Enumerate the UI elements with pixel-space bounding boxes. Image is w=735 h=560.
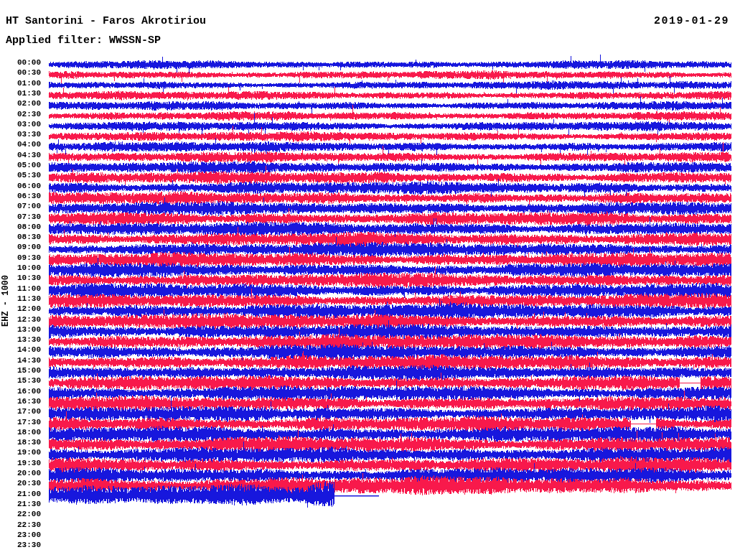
time-label-1030: 10:30 <box>0 274 41 282</box>
time-label-1530: 15:30 <box>0 376 41 385</box>
helicorder-traces-canvas[interactable] <box>0 0 735 560</box>
time-label-0130: 01:30 <box>0 89 41 98</box>
time-label-1700: 17:00 <box>0 407 41 416</box>
time-label-2100: 21:00 <box>0 490 41 498</box>
time-label-0600: 06:00 <box>0 182 41 190</box>
time-label-0030: 00:30 <box>0 68 41 77</box>
time-label-0730: 07:30 <box>0 213 41 221</box>
time-axis: 00:0000:3001:0001:3002:0002:3003:0003:30… <box>0 0 41 560</box>
time-label-0530: 05:30 <box>0 171 41 179</box>
time-label-0200: 02:00 <box>0 99 41 108</box>
time-label-1600: 16:00 <box>0 387 41 396</box>
time-label-0830: 08:30 <box>0 233 41 241</box>
time-label-2230: 22:30 <box>0 521 41 529</box>
time-label-1000: 10:00 <box>0 263 41 272</box>
time-label-1800: 18:00 <box>0 428 41 437</box>
time-label-1330: 13:30 <box>0 335 41 344</box>
time-label-1900: 19:00 <box>0 448 41 457</box>
time-label-2330: 23:30 <box>0 541 41 549</box>
time-label-1300: 13:00 <box>0 325 41 334</box>
time-label-1230: 12:30 <box>0 315 41 324</box>
time-label-0500: 05:00 <box>0 161 41 169</box>
time-label-0800: 08:00 <box>0 223 41 231</box>
time-label-2030: 20:30 <box>0 479 41 487</box>
time-label-1830: 18:30 <box>0 438 41 447</box>
time-label-1730: 17:30 <box>0 418 41 426</box>
time-label-0930: 09:30 <box>0 253 41 262</box>
time-label-0330: 03:30 <box>0 130 41 139</box>
time-label-1430: 14:30 <box>0 356 41 365</box>
time-label-2300: 23:00 <box>0 531 41 539</box>
time-label-0900: 09:00 <box>0 243 41 251</box>
time-label-1200: 12:00 <box>0 304 41 313</box>
time-label-0300: 03:00 <box>0 120 41 129</box>
helicorder-page: HT Santorini - Faros Akrotiriou 2019-01-… <box>0 0 735 560</box>
date-label: 2019-01-29 <box>654 15 729 27</box>
time-label-0230: 02:30 <box>0 110 41 118</box>
time-label-0430: 04:30 <box>0 151 41 159</box>
time-label-2000: 20:00 <box>0 469 41 477</box>
time-label-0700: 07:00 <box>0 202 41 210</box>
time-label-0000: 00:00 <box>0 58 41 67</box>
time-label-1630: 16:30 <box>0 397 41 406</box>
time-label-1130: 11:30 <box>0 294 41 303</box>
time-label-1500: 15:00 <box>0 366 41 375</box>
time-label-2130: 21:30 <box>0 500 41 508</box>
time-label-1400: 14:00 <box>0 345 41 354</box>
time-label-0100: 01:00 <box>0 79 41 88</box>
time-label-0630: 06:30 <box>0 192 41 200</box>
time-label-1930: 19:30 <box>0 459 41 467</box>
time-label-1100: 11:00 <box>0 284 41 293</box>
time-label-2200: 22:00 <box>0 510 41 518</box>
time-label-0400: 04:00 <box>0 140 41 149</box>
